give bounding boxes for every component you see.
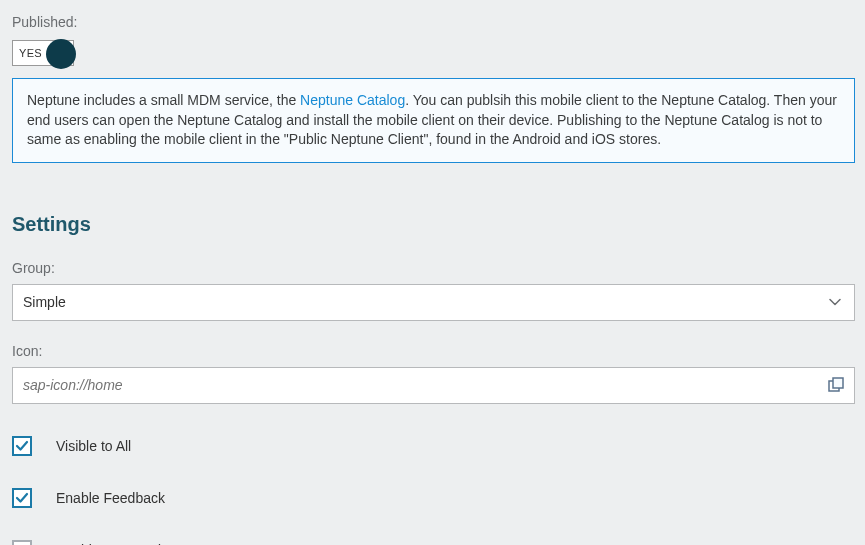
icon-input[interactable] — [23, 377, 844, 393]
group-select-value: Simple — [23, 294, 66, 310]
info-text-pre: Neptune includes a small MDM service, th… — [27, 92, 300, 108]
enable-auto-update-checkbox[interactable] — [12, 540, 32, 545]
published-toggle-text: YES — [13, 47, 42, 59]
published-toggle-knob — [46, 39, 76, 69]
check-icon — [15, 491, 29, 505]
chevron-down-icon — [828, 295, 842, 309]
visible-to-all-checkbox[interactable] — [12, 436, 32, 456]
enable-feedback-label: Enable Feedback — [56, 490, 165, 506]
svg-rect-1 — [833, 378, 843, 388]
neptune-catalog-link[interactable]: Neptune Catalog — [300, 92, 405, 108]
group-label: Group: — [12, 260, 855, 276]
enable-feedback-checkbox[interactable] — [12, 488, 32, 508]
icon-label: Icon: — [12, 343, 855, 359]
icon-input-wrapper — [12, 367, 855, 404]
settings-heading: Settings — [12, 213, 855, 236]
value-help-icon[interactable] — [828, 377, 844, 393]
visible-to-all-label: Visible to All — [56, 438, 131, 454]
check-icon — [15, 439, 29, 453]
group-select[interactable]: Simple — [12, 284, 855, 321]
published-toggle[interactable]: YES — [12, 40, 74, 66]
info-box: Neptune includes a small MDM service, th… — [12, 78, 855, 163]
published-label: Published: — [12, 14, 855, 30]
